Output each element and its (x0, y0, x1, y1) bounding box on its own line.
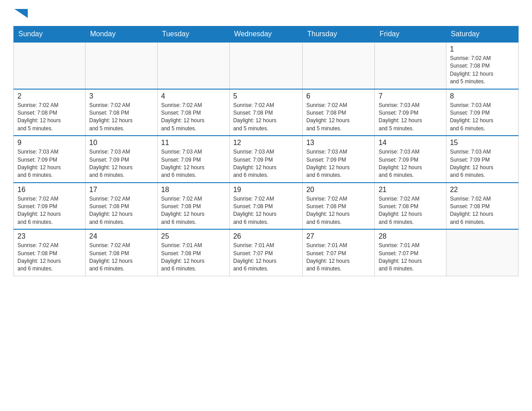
calendar-cell (375, 42, 446, 89)
day-number: 25 (161, 232, 226, 240)
day-info: Sunrise: 7:02 AMSunset: 7:09 PMDaylight:… (17, 195, 82, 227)
calendar-cell: 8Sunrise: 7:03 AMSunset: 7:09 PMDaylight… (446, 89, 518, 136)
calendar-cell: 20Sunrise: 7:02 AMSunset: 7:08 PMDayligh… (302, 183, 375, 230)
day-number: 14 (378, 139, 442, 147)
day-info: Sunrise: 7:02 AMSunset: 7:08 PMDaylight:… (89, 242, 154, 273)
calendar-cell: 2Sunrise: 7:02 AMSunset: 7:08 PMDaylight… (14, 89, 86, 136)
calendar-header-monday: Monday (86, 26, 158, 43)
day-info: Sunrise: 7:01 AMSunset: 7:08 PMDaylight:… (161, 242, 226, 273)
day-info: Sunrise: 7:01 AMSunset: 7:07 PMDaylight:… (306, 242, 371, 273)
day-number: 4 (161, 92, 226, 100)
day-number: 10 (89, 139, 154, 147)
day-number: 11 (161, 139, 226, 147)
calendar-cell: 9Sunrise: 7:03 AMSunset: 7:09 PMDaylight… (14, 136, 86, 183)
day-number: 26 (233, 232, 299, 240)
calendar-cell: 6Sunrise: 7:02 AMSunset: 7:08 PMDaylight… (302, 89, 375, 136)
day-number: 28 (378, 232, 442, 240)
day-number: 19 (233, 186, 299, 194)
calendar-header-sunday: Sunday (14, 26, 86, 43)
calendar-cell: 24Sunrise: 7:02 AMSunset: 7:08 PMDayligh… (86, 229, 158, 276)
calendar-cell: 11Sunrise: 7:03 AMSunset: 7:09 PMDayligh… (157, 136, 229, 183)
calendar-cell (86, 42, 158, 89)
calendar-table: SundayMondayTuesdayWednesdayThursdayFrid… (13, 26, 519, 276)
day-number: 5 (233, 92, 299, 100)
day-number: 9 (17, 139, 82, 147)
calendar-header-row: SundayMondayTuesdayWednesdayThursdayFrid… (14, 26, 519, 43)
calendar-cell: 3Sunrise: 7:02 AMSunset: 7:08 PMDaylight… (86, 89, 158, 136)
day-number: 21 (378, 186, 442, 194)
day-info: Sunrise: 7:02 AMSunset: 7:08 PMDaylight:… (450, 195, 515, 227)
day-number: 2 (17, 92, 82, 100)
day-info: Sunrise: 7:02 AMSunset: 7:08 PMDaylight:… (89, 102, 154, 133)
day-number: 7 (378, 92, 442, 100)
calendar-cell: 13Sunrise: 7:03 AMSunset: 7:09 PMDayligh… (302, 136, 375, 183)
calendar-cell: 12Sunrise: 7:03 AMSunset: 7:09 PMDayligh… (229, 136, 302, 183)
calendar-cell: 10Sunrise: 7:03 AMSunset: 7:09 PMDayligh… (86, 136, 158, 183)
day-number: 27 (306, 232, 371, 240)
day-number: 12 (233, 139, 299, 147)
calendar-cell (157, 42, 229, 89)
day-number: 6 (306, 92, 371, 100)
calendar-cell (302, 42, 375, 89)
calendar-header-wednesday: Wednesday (229, 26, 302, 43)
calendar-cell: 19Sunrise: 7:02 AMSunset: 7:08 PMDayligh… (229, 183, 302, 230)
day-info: Sunrise: 7:03 AMSunset: 7:09 PMDaylight:… (89, 148, 154, 180)
calendar-cell: 28Sunrise: 7:01 AMSunset: 7:07 PMDayligh… (375, 229, 446, 276)
day-info: Sunrise: 7:01 AMSunset: 7:07 PMDaylight:… (233, 242, 299, 273)
calendar-cell: 18Sunrise: 7:02 AMSunset: 7:08 PMDayligh… (157, 183, 229, 230)
day-number: 20 (306, 186, 371, 194)
calendar-cell: 22Sunrise: 7:02 AMSunset: 7:08 PMDayligh… (446, 183, 518, 230)
calendar-cell: 5Sunrise: 7:02 AMSunset: 7:08 PMDaylight… (229, 89, 302, 136)
calendar-cell: 7Sunrise: 7:03 AMSunset: 7:09 PMDaylight… (375, 89, 446, 136)
calendar-cell: 4Sunrise: 7:02 AMSunset: 7:08 PMDaylight… (157, 89, 229, 136)
day-number: 24 (89, 232, 154, 240)
calendar-cell (446, 229, 518, 276)
day-number: 15 (450, 139, 515, 147)
logo (13, 9, 28, 21)
calendar-header-tuesday: Tuesday (157, 26, 229, 43)
day-info: Sunrise: 7:02 AMSunset: 7:08 PMDaylight:… (161, 102, 226, 133)
day-info: Sunrise: 7:02 AMSunset: 7:08 PMDaylight:… (17, 242, 82, 273)
day-info: Sunrise: 7:03 AMSunset: 7:09 PMDaylight:… (450, 148, 515, 180)
day-number: 23 (17, 232, 82, 240)
calendar-header-thursday: Thursday (302, 26, 375, 43)
calendar-week-row: 2Sunrise: 7:02 AMSunset: 7:08 PMDaylight… (14, 89, 519, 136)
day-number: 16 (17, 186, 82, 194)
calendar-week-row: 23Sunrise: 7:02 AMSunset: 7:08 PMDayligh… (14, 229, 519, 276)
day-info: Sunrise: 7:02 AMSunset: 7:08 PMDaylight:… (89, 195, 154, 227)
calendar-cell: 25Sunrise: 7:01 AMSunset: 7:08 PMDayligh… (157, 229, 229, 276)
calendar-cell: 26Sunrise: 7:01 AMSunset: 7:07 PMDayligh… (229, 229, 302, 276)
day-info: Sunrise: 7:03 AMSunset: 7:09 PMDaylight:… (450, 102, 515, 133)
day-number: 3 (89, 92, 154, 100)
day-info: Sunrise: 7:02 AMSunset: 7:08 PMDaylight:… (450, 55, 515, 86)
day-number: 8 (450, 92, 515, 100)
calendar-header-friday: Friday (375, 26, 446, 43)
day-info: Sunrise: 7:02 AMSunset: 7:08 PMDaylight:… (233, 102, 299, 133)
calendar-cell: 27Sunrise: 7:01 AMSunset: 7:07 PMDayligh… (302, 229, 375, 276)
day-info: Sunrise: 7:02 AMSunset: 7:08 PMDaylight:… (378, 195, 442, 227)
calendar-week-row: 16Sunrise: 7:02 AMSunset: 7:09 PMDayligh… (14, 183, 519, 230)
calendar-cell: 16Sunrise: 7:02 AMSunset: 7:09 PMDayligh… (14, 183, 86, 230)
calendar-cell: 15Sunrise: 7:03 AMSunset: 7:09 PMDayligh… (446, 136, 518, 183)
day-info: Sunrise: 7:03 AMSunset: 7:09 PMDaylight:… (378, 102, 442, 133)
day-number: 13 (306, 139, 371, 147)
day-number: 18 (161, 186, 226, 194)
calendar-header-saturday: Saturday (446, 26, 518, 43)
calendar-week-row: 1Sunrise: 7:02 AMSunset: 7:08 PMDaylight… (14, 42, 519, 89)
calendar-week-row: 9Sunrise: 7:03 AMSunset: 7:09 PMDaylight… (14, 136, 519, 183)
logo-flag-icon (14, 9, 28, 21)
day-info: Sunrise: 7:03 AMSunset: 7:09 PMDaylight:… (233, 148, 299, 180)
day-info: Sunrise: 7:03 AMSunset: 7:09 PMDaylight:… (378, 148, 442, 180)
calendar-cell (14, 42, 86, 89)
day-info: Sunrise: 7:02 AMSunset: 7:08 PMDaylight:… (306, 102, 371, 133)
day-number: 22 (450, 186, 515, 194)
day-info: Sunrise: 7:03 AMSunset: 7:09 PMDaylight:… (161, 148, 226, 180)
day-info: Sunrise: 7:03 AMSunset: 7:09 PMDaylight:… (17, 148, 82, 180)
svg-marker-0 (14, 9, 28, 18)
day-number: 17 (89, 186, 154, 194)
page-header (13, 9, 519, 21)
calendar-cell: 1Sunrise: 7:02 AMSunset: 7:08 PMDaylight… (446, 42, 518, 89)
calendar-cell: 21Sunrise: 7:02 AMSunset: 7:08 PMDayligh… (375, 183, 446, 230)
calendar-cell: 14Sunrise: 7:03 AMSunset: 7:09 PMDayligh… (375, 136, 446, 183)
day-info: Sunrise: 7:02 AMSunset: 7:08 PMDaylight:… (17, 102, 82, 133)
